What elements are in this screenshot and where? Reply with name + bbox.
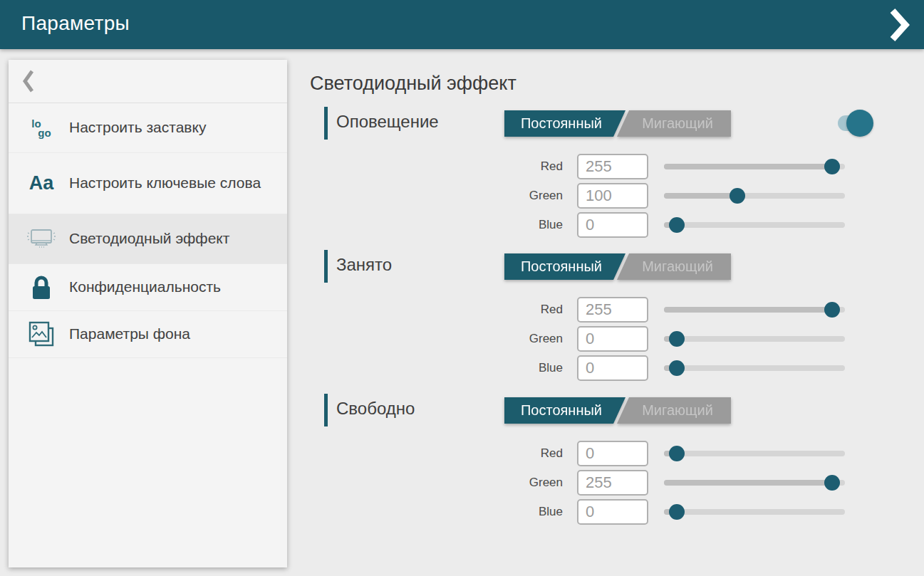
channel-slider[interactable] xyxy=(664,446,845,461)
mode-option-constant[interactable]: Постоянный xyxy=(504,253,625,280)
channel-value-input[interactable] xyxy=(577,183,648,209)
sidebar-item-keywords[interactable]: Aa Настроить ключевые слова xyxy=(9,153,287,214)
slider-track xyxy=(664,365,845,371)
section-free: Свободно Постоянный Мигающий Red Green xyxy=(310,394,880,536)
mode-option-blinking[interactable]: Мигающий xyxy=(617,253,731,280)
sidebar-item-privacy[interactable]: Конфиденциальность xyxy=(9,264,287,311)
led-effect-panel: Светодиодный эффект Оповещение Постоянны… xyxy=(310,49,924,576)
section-busy: Занято Постоянный Мигающий Red Green B xyxy=(310,250,880,392)
sidebar-item-label: Конфиденциальность xyxy=(69,278,221,296)
channel-slider[interactable] xyxy=(664,475,845,491)
slider-track xyxy=(664,222,845,228)
content-title: Светодиодный эффект xyxy=(310,73,516,95)
notification-led-switch[interactable] xyxy=(838,115,868,131)
slider-fill xyxy=(664,307,832,313)
section-accent-bar xyxy=(324,250,328,283)
channel-value-input[interactable] xyxy=(577,154,648,179)
images-icon xyxy=(23,320,60,350)
channel-row-red: Red xyxy=(310,440,845,466)
slider-thumb[interactable] xyxy=(669,217,685,233)
channel-slider[interactable] xyxy=(664,360,845,376)
aa-icon: Aa xyxy=(23,174,60,193)
channel-slider[interactable] xyxy=(664,504,845,520)
channel-slider[interactable] xyxy=(664,188,845,204)
channel-label: Green xyxy=(492,189,563,203)
section-title: Оповещение xyxy=(336,112,439,132)
chevron-right-icon xyxy=(888,8,910,42)
slider-thumb[interactable] xyxy=(669,446,685,461)
channel-value-input[interactable] xyxy=(577,441,648,466)
channel-label: Red xyxy=(492,303,563,317)
channel-label: Blue xyxy=(492,218,563,232)
slider-thumb[interactable] xyxy=(669,360,685,376)
sidebar-item-background[interactable]: Параметры фона xyxy=(9,311,287,358)
channel-value-input[interactable] xyxy=(577,499,648,525)
logo-icon: lo go xyxy=(23,119,60,137)
switch-knob[interactable] xyxy=(846,110,873,137)
mode-toggle: Постоянный Мигающий xyxy=(504,253,731,280)
chevron-left-icon xyxy=(23,70,33,93)
mode-option-blinking[interactable]: Мигающий xyxy=(617,110,731,137)
section-accent-bar xyxy=(324,107,328,140)
mode-toggle: Постоянный Мигающий xyxy=(504,110,731,137)
channel-label: Red xyxy=(492,159,563,174)
slider-thumb[interactable] xyxy=(669,504,685,520)
channel-row-blue: Blue xyxy=(310,211,845,238)
mode-option-blinking[interactable]: Мигающий xyxy=(617,397,731,424)
mode-option-constant[interactable]: Постоянный xyxy=(504,110,625,137)
slider-thumb[interactable] xyxy=(824,302,840,318)
sidebar-item-label: Светодиодный эффект xyxy=(69,229,229,248)
slider-track xyxy=(664,509,845,515)
lock-icon xyxy=(23,275,60,300)
mode-toggle: Постоянный Мигающий xyxy=(504,397,731,424)
channel-slider[interactable] xyxy=(664,302,845,318)
slider-fill xyxy=(664,193,737,199)
sidebar-item-label: Настроить заставку xyxy=(69,118,206,137)
page-title: Параметры xyxy=(21,12,130,35)
channel-value-input[interactable] xyxy=(577,326,648,352)
channel-value-input[interactable] xyxy=(577,297,648,323)
slider-track xyxy=(664,451,845,456)
monitor-icon xyxy=(23,226,60,253)
collapse-panel-icon[interactable] xyxy=(888,8,910,42)
slider-fill xyxy=(664,480,832,486)
channel-value-input[interactable] xyxy=(577,355,648,381)
sidebar-item-label: Настроить ключевые слова xyxy=(69,174,261,192)
channel-row-red: Red xyxy=(310,296,845,323)
channel-slider[interactable] xyxy=(664,159,845,174)
channel-row-blue: Blue xyxy=(310,498,845,525)
slider-thumb[interactable] xyxy=(669,331,685,347)
sidebar-item-label: Параметры фона xyxy=(69,325,190,343)
slider-thumb[interactable] xyxy=(824,475,840,491)
channel-label: Blue xyxy=(492,361,563,375)
sidebar-item-led-effect[interactable]: Светодиодный эффект xyxy=(9,214,287,264)
channel-label: Red xyxy=(492,446,563,461)
channel-row-green: Green xyxy=(310,469,845,496)
channel-label: Green xyxy=(492,332,563,346)
section-accent-bar xyxy=(324,394,328,426)
app-header: Параметры xyxy=(0,0,924,49)
slider-thumb[interactable] xyxy=(730,188,745,204)
channel-row-green: Green xyxy=(310,325,845,352)
slider-thumb[interactable] xyxy=(824,159,840,174)
channel-row-green: Green xyxy=(310,182,845,209)
channel-row-red: Red xyxy=(310,153,845,179)
sidebar-item-screensaver[interactable]: lo go Настроить заставку xyxy=(9,103,287,153)
sidebar-back-button[interactable] xyxy=(9,60,287,103)
section-notification: Оповещение Постоянный Мигающий Red Green xyxy=(310,107,880,249)
section-title: Занято xyxy=(336,255,392,275)
channel-label: Blue xyxy=(492,505,563,519)
channel-value-input[interactable] xyxy=(577,212,648,238)
channel-slider[interactable] xyxy=(664,217,845,233)
mode-option-constant[interactable]: Постоянный xyxy=(504,397,625,424)
channel-label: Green xyxy=(492,476,563,490)
channel-slider[interactable] xyxy=(664,331,845,347)
settings-sidebar: lo go Настроить заставку Aa Настроить кл… xyxy=(9,60,287,567)
slider-fill xyxy=(664,164,832,169)
section-title: Свободно xyxy=(336,399,415,419)
slider-track xyxy=(664,336,845,342)
channel-row-blue: Blue xyxy=(310,355,845,381)
channel-value-input[interactable] xyxy=(577,470,648,496)
